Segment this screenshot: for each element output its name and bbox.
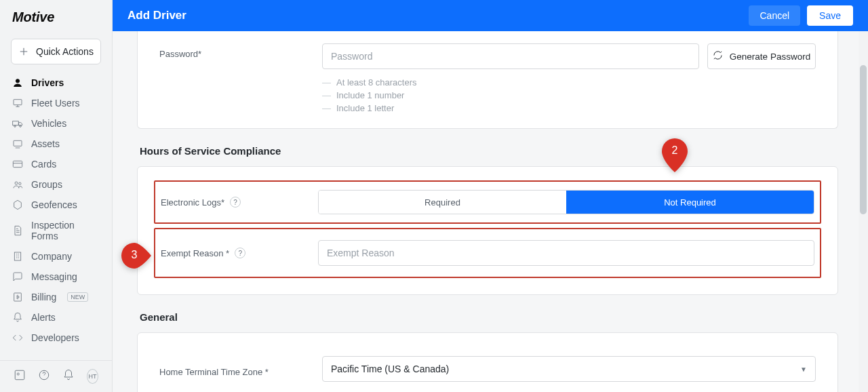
svg-point-7	[15, 182, 18, 184]
password-section: Password* At least 8 characters Include …	[137, 31, 838, 129]
dollar-icon	[12, 292, 23, 302]
elog-segmented: Required Not Required	[318, 190, 814, 214]
svg-point-4	[20, 125, 22, 128]
building-icon	[12, 251, 23, 262]
scrollbar-thumb[interactable]	[860, 65, 867, 214]
sidebar-item-label: Developers	[31, 332, 79, 343]
elog-label: Electronic Logs* ?	[161, 197, 318, 208]
geo-icon	[12, 199, 23, 210]
elog-not-required-option[interactable]: Not Required	[566, 191, 814, 214]
sidebar: Motive Quick Actions DriversFleet UsersV…	[0, 0, 113, 392]
new-badge: NEW	[67, 292, 88, 302]
svg-rect-9	[14, 252, 20, 260]
highlight-exempt: Exempt Reason * ?	[154, 228, 821, 278]
brand-logo: Motive	[0, 0, 112, 33]
sidebar-item-label: Groups	[31, 179, 62, 190]
plus-icon	[18, 46, 29, 57]
sidebar-item-drivers[interactable]: Drivers	[4, 73, 108, 93]
generate-password-button[interactable]: Generate Password	[707, 43, 816, 69]
monitor-alt-icon	[12, 138, 23, 149]
top-bar: Add Driver Cancel Save	[113, 0, 868, 31]
monitor-icon	[12, 98, 23, 109]
sidebar-nav: DriversFleet UsersVehiclesAssetsCardsGro…	[0, 73, 112, 360]
sidebar-item-label: Drivers	[31, 77, 64, 88]
svg-rect-6	[13, 161, 22, 167]
timezone-value: Pacific Time (US & Canada)	[331, 364, 449, 374]
timezone-label: Home Terminal Time Zone *	[159, 361, 322, 377]
sidebar-item-label: Messaging	[31, 271, 77, 282]
svg-rect-2	[13, 121, 19, 125]
save-button[interactable]: Save	[807, 5, 853, 26]
req-item: Include 1 letter	[322, 102, 699, 115]
sidebar-item-developers[interactable]: Developers	[4, 328, 108, 348]
help-icon[interactable]: ?	[230, 197, 241, 208]
exempt-reason-input[interactable]	[318, 240, 814, 266]
svg-point-3	[14, 125, 16, 128]
password-input[interactable]	[322, 43, 699, 69]
sidebar-item-assets[interactable]: Assets	[4, 134, 108, 154]
sidebar-item-groups[interactable]: Groups	[4, 174, 108, 195]
req-item: At least 8 characters	[322, 76, 699, 89]
sidebar-item-billing[interactable]: BillingNEW	[4, 287, 108, 307]
general-section: Home Terminal Time Zone * Pacific Time (…	[137, 332, 838, 392]
sidebar-item-inspection-forms[interactable]: Inspection Forms	[4, 215, 108, 246]
sidebar-footer: HT	[0, 360, 112, 392]
quick-actions-button[interactable]: Quick Actions	[11, 39, 101, 64]
hos-title: Hours of Service Compliance	[140, 145, 838, 157]
svg-rect-11	[15, 370, 24, 380]
cancel-button[interactable]: Cancel	[749, 5, 800, 26]
page-title: Add Driver	[127, 9, 186, 22]
doc-icon	[12, 225, 23, 236]
map-icon[interactable]	[14, 369, 26, 384]
topbar-actions: Cancel Save	[749, 5, 853, 26]
sidebar-item-label: Cards	[31, 159, 56, 170]
svg-point-0	[16, 79, 19, 83]
hos-section: Electronic Logs* ? Required Not Required…	[137, 166, 838, 295]
password-requirements: At least 8 characters Include 1 number I…	[322, 76, 699, 115]
code-icon	[12, 332, 23, 343]
req-item: Include 1 number	[322, 89, 699, 102]
highlight-elog: Electronic Logs* ? Required Not Required	[154, 180, 821, 224]
users-icon	[12, 179, 23, 190]
refresh-icon	[713, 50, 723, 62]
avatar[interactable]: HT	[87, 369, 98, 384]
sidebar-item-alerts[interactable]: Alerts	[4, 307, 108, 328]
timezone-select[interactable]: Pacific Time (US & Canada) ▼	[322, 356, 816, 382]
sidebar-item-label: Billing	[31, 292, 56, 302]
bell-icon	[12, 312, 23, 323]
sidebar-item-messaging[interactable]: Messaging	[4, 267, 108, 287]
card-icon	[12, 159, 23, 170]
sidebar-item-fleet-users[interactable]: Fleet Users	[4, 93, 108, 113]
svg-rect-5	[14, 140, 22, 146]
sidebar-item-label: Alerts	[31, 312, 56, 323]
main-content: Password* At least 8 characters Include …	[113, 31, 859, 392]
user-icon	[12, 77, 23, 88]
chevron-down-icon: ▼	[800, 366, 807, 373]
sidebar-item-label: Company	[31, 251, 72, 262]
sidebar-item-cards[interactable]: Cards	[4, 154, 108, 174]
general-title: General	[140, 311, 838, 323]
sidebar-item-label: Inspection Forms	[31, 220, 100, 241]
sidebar-item-label: Geofences	[31, 199, 77, 210]
password-label: Password*	[159, 43, 322, 59]
msg-icon	[12, 271, 23, 282]
annotation-marker-3: 3	[121, 243, 147, 277]
sidebar-item-vehicles[interactable]: Vehicles	[4, 113, 108, 134]
bell-icon[interactable]	[62, 369, 75, 384]
scrollbar[interactable]	[859, 31, 868, 392]
svg-point-8	[19, 182, 21, 184]
sidebar-item-company[interactable]: Company	[4, 246, 108, 267]
svg-point-12	[17, 373, 19, 375]
truck-icon	[12, 118, 23, 129]
help-icon[interactable]: ?	[235, 248, 245, 258]
elog-required-option[interactable]: Required	[319, 191, 566, 214]
sidebar-item-geofences[interactable]: Geofences	[4, 195, 108, 215]
sidebar-item-label: Fleet Users	[31, 98, 80, 109]
annotation-marker-2: 2	[662, 138, 688, 172]
sidebar-item-label: Vehicles	[31, 118, 66, 129]
svg-rect-1	[14, 100, 22, 105]
quick-actions-label: Quick Actions	[36, 46, 94, 57]
sidebar-item-label: Assets	[31, 138, 60, 149]
help-icon[interactable]	[38, 369, 50, 384]
generate-password-label: Generate Password	[730, 52, 810, 62]
